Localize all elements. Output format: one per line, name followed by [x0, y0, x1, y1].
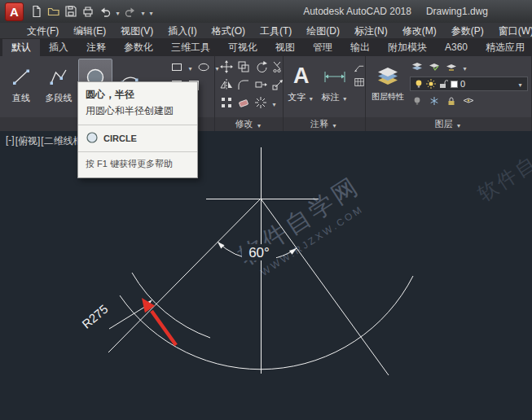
polyline-tool-icon: [48, 61, 69, 92]
viewport-menu-control[interactable]: [-]: [6, 134, 15, 148]
text-button-label: 文字: [288, 91, 306, 103]
layer-lock-button[interactable]: [444, 94, 459, 108]
menu-item-tools[interactable]: 工具(T): [253, 23, 299, 39]
fillet-button[interactable]: [236, 77, 251, 92]
layer-state-button[interactable]: [410, 59, 424, 74]
menu-item-dimension[interactable]: 标注(N): [347, 23, 395, 39]
radius-leader-line: [109, 305, 147, 329]
layer-tools-caret-icon[interactable]: [461, 59, 468, 74]
menu-item-file[interactable]: 文件(F): [20, 23, 66, 39]
layer-freeze-button[interactable]: [427, 94, 442, 108]
move-icon: [220, 60, 233, 73]
layer-dropdown-caret-icon[interactable]: [517, 79, 524, 89]
tab-annotate[interactable]: 注释: [77, 39, 115, 56]
dimension-caret-icon[interactable]: [341, 93, 349, 103]
menu-item-draw[interactable]: 绘图(D): [299, 23, 347, 39]
modify-more-caret-icon[interactable]: [270, 95, 278, 110]
rectangle-button[interactable]: [169, 59, 184, 74]
copy-button[interactable]: [236, 59, 251, 74]
layers-panel-caret-icon: [455, 120, 463, 129]
erase-icon: [237, 96, 250, 109]
modify-panel-label[interactable]: 修改: [215, 117, 283, 131]
tab-home[interactable]: 默认: [2, 39, 40, 56]
text-caret-icon[interactable]: [307, 93, 314, 103]
tab-manage[interactable]: 管理: [304, 39, 341, 56]
ellipse-button[interactable]: [196, 59, 211, 74]
previous-layer-button[interactable]: [444, 59, 459, 74]
redo-button[interactable]: [122, 3, 138, 20]
plot-button[interactable]: [80, 3, 96, 20]
qat-customize-caret-icon[interactable]: [147, 4, 155, 19]
menu-item-window[interactable]: 窗口(W): [491, 23, 532, 39]
layer-controls: 0: [410, 59, 528, 108]
svg-text:软件自学网: 软件自学网: [473, 131, 532, 206]
layer-dropdown[interactable]: 0: [410, 77, 528, 91]
erase-button[interactable]: [236, 95, 251, 110]
modify-panel-label-text: 修改: [235, 118, 253, 130]
new-file-button[interactable]: [29, 3, 45, 20]
viewport-view-control[interactable]: [俯视]: [15, 134, 41, 148]
undo-dropdown-caret-icon[interactable]: [114, 4, 121, 19]
scale-icon: [271, 78, 284, 91]
layer-state-icon: [411, 62, 423, 72]
layers-panel-label[interactable]: 图层: [366, 117, 531, 131]
annotate-buttons: A 文字 标注: [284, 56, 365, 116]
angle-label: 60°: [248, 245, 270, 260]
match-layer-button[interactable]: [427, 59, 442, 74]
polyline-button[interactable]: 多段线: [39, 59, 78, 117]
undo-icon: [99, 5, 112, 18]
tab-add-ins[interactable]: 附加模块: [379, 39, 436, 56]
menu-item-format[interactable]: 格式(O): [204, 23, 253, 39]
undo-button[interactable]: [97, 3, 113, 20]
explode-button[interactable]: [253, 95, 268, 110]
tab-parametric[interactable]: 参数化: [115, 39, 162, 56]
tab-featured-apps[interactable]: 精选应用: [477, 39, 532, 56]
circle-command-tooltip: 圆心，半径 用圆心和半径创建圆 CIRCLE 按 F1 键获得更多帮助: [77, 81, 198, 178]
text-button[interactable]: A 文字: [286, 58, 317, 116]
tab-visualize[interactable]: 可视化: [219, 39, 266, 56]
modify-tools: [215, 56, 283, 110]
layer-color-swatch[interactable]: [451, 81, 458, 88]
application-menu-button[interactable]: A: [5, 2, 24, 21]
leader-button[interactable]: [354, 62, 365, 73]
menu-item-insert[interactable]: 插入(I): [160, 23, 204, 39]
rotate-icon: [254, 60, 267, 73]
menu-item-view[interactable]: 视图(V): [113, 23, 160, 39]
menu-item-edit[interactable]: 编辑(E): [66, 23, 113, 39]
left-slant-line: [108, 199, 261, 352]
rotate-button[interactable]: [253, 59, 268, 74]
line-button[interactable]: 直线: [3, 59, 39, 117]
tab-a360[interactable]: A360: [436, 39, 477, 56]
dimension-button[interactable]: 标注: [317, 58, 354, 116]
watermark-partial: 软件自学网: [473, 131, 532, 206]
line-tool-icon: [11, 61, 32, 92]
rectangle-caret-icon[interactable]: [187, 59, 194, 74]
annotate-panel-label-text: 注释: [310, 118, 328, 130]
layer-properties-button[interactable]: 图层特性: [369, 59, 407, 117]
array-button[interactable]: [219, 95, 234, 110]
tab-insert[interactable]: 插入: [40, 39, 77, 56]
table-button[interactable]: [354, 77, 365, 88]
annotate-panel-label[interactable]: 注释: [284, 117, 365, 131]
tab-output[interactable]: 输出: [341, 39, 379, 56]
layer-on-bulb-icon[interactable]: [414, 79, 424, 89]
menu-item-modify[interactable]: 修改(M): [395, 23, 444, 39]
stretch-button[interactable]: [253, 77, 268, 92]
dimension-button-label: 标注: [322, 91, 340, 103]
trim-icon: [271, 60, 284, 73]
menu-item-parametric[interactable]: 参数(P): [444, 23, 491, 39]
layer-lock-icon[interactable]: [438, 79, 448, 89]
explode-icon: [254, 96, 267, 109]
save-button[interactable]: [63, 3, 79, 20]
quick-access-toolbar: [29, 3, 155, 20]
move-button[interactable]: [219, 59, 234, 74]
layer-isolate-button[interactable]: [461, 94, 476, 108]
layer-freeze-sun-icon[interactable]: [426, 79, 436, 89]
tab-view[interactable]: 视图: [266, 39, 304, 56]
layer-off-button[interactable]: [410, 94, 424, 108]
autocad-logo-icon: A: [10, 5, 19, 19]
open-file-button[interactable]: [46, 3, 62, 20]
tab-3d-tools[interactable]: 三维工具: [162, 39, 219, 56]
mirror-button[interactable]: [219, 77, 234, 92]
redo-dropdown-caret-icon[interactable]: [139, 4, 147, 19]
